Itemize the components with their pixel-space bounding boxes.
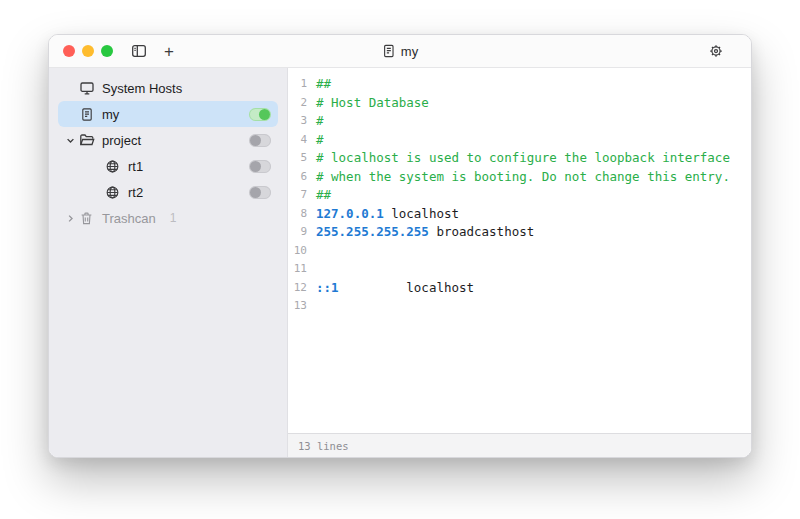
line-number: 8 (288, 205, 316, 224)
minimize-window-button[interactable] (82, 45, 94, 57)
document-icon (382, 44, 396, 59)
editor-line[interactable]: 6# when the system is booting. Do not ch… (288, 168, 751, 187)
line-content: 255.255.255.255 broadcasthost (316, 223, 534, 242)
enable-toggle[interactable] (249, 134, 271, 147)
code-segment-comment: # (316, 113, 324, 128)
editor-line[interactable]: 1## (288, 75, 751, 94)
editor-line[interactable]: 13 (288, 297, 751, 316)
sidebar-item-rt2[interactable]: rt2 (58, 179, 278, 205)
editor-line[interactable]: 3# (288, 112, 751, 131)
line-number: 1 (288, 75, 316, 94)
toggle-knob (259, 109, 270, 120)
sidebar-item-label: project (102, 133, 141, 148)
line-number: 5 (288, 149, 316, 168)
enable-toggle[interactable] (249, 108, 271, 121)
line-content: # localhost is used to configure the loo… (316, 149, 730, 168)
line-content: ## (316, 186, 331, 205)
hosts-editor[interactable]: 1##2# Host Database3#4#5# localhost is u… (288, 68, 751, 433)
item-count-badge: 1 (170, 211, 177, 225)
line-content: 127.0.0.1 localhost (316, 205, 459, 224)
gear-icon (708, 43, 724, 59)
line-number: 11 (288, 260, 316, 279)
line-content: # when the system is booting. Do not cha… (316, 168, 730, 187)
code-segment-comment: # localhost is used to configure the loo… (316, 150, 730, 165)
editor-line[interactable]: 11 (288, 260, 751, 279)
title-bar: + my (49, 35, 751, 68)
globe-icon (104, 185, 121, 200)
code-segment-plain: localhost (339, 280, 474, 295)
chevron-down-icon[interactable] (63, 135, 78, 146)
sidebar-item-project[interactable]: project (58, 127, 278, 153)
editor-line[interactable]: 8127.0.0.1 localhost (288, 205, 751, 224)
window-title-text: my (401, 44, 418, 59)
line-number: 4 (288, 131, 316, 150)
line-number: 10 (288, 242, 316, 261)
traffic-lights (63, 45, 113, 57)
enable-toggle[interactable] (249, 160, 271, 173)
sidebar-toggle-icon (131, 43, 147, 59)
plus-icon: + (164, 43, 174, 60)
status-bar: 13 lines (288, 433, 751, 457)
trash-icon (78, 211, 95, 226)
code-segment-plain: broadcasthost (429, 224, 534, 239)
close-window-button[interactable] (63, 45, 75, 57)
line-number: 3 (288, 112, 316, 131)
line-content: # (316, 112, 324, 131)
folder-open-icon (78, 132, 95, 148)
globe-icon (104, 159, 121, 174)
toggle-knob (250, 161, 261, 172)
code-segment-comment: # (316, 132, 324, 147)
code-segment-plain: localhost (384, 206, 459, 221)
code-segment-comment: # when the system is booting. Do not cha… (316, 169, 730, 184)
sidebar-item-label: Trashcan (102, 211, 156, 226)
line-number: 7 (288, 186, 316, 205)
line-content: # Host Database (316, 94, 429, 113)
line-count-label: 13 lines (298, 440, 349, 452)
code-segment-comment: # Host Database (316, 95, 429, 110)
line-number: 13 (288, 297, 316, 316)
toggle-knob (250, 135, 261, 146)
add-hosts-button[interactable]: + (160, 41, 178, 62)
line-number: 12 (288, 279, 316, 298)
editor-line[interactable]: 7## (288, 186, 751, 205)
sidebar-item-label: rt1 (128, 159, 143, 174)
line-content: # (316, 131, 324, 150)
app-body: System Hostsmyprojectrt1rt2Trashcan1 1##… (49, 68, 751, 457)
chevron-right-icon[interactable] (63, 213, 78, 224)
line-number: 2 (288, 94, 316, 113)
toggle-knob (250, 187, 261, 198)
editor-line[interactable]: 5# localhost is used to configure the lo… (288, 149, 751, 168)
sidebar: System Hostsmyprojectrt1rt2Trashcan1 (49, 68, 288, 457)
code-segment-comment: ## (316, 187, 331, 202)
sidebar-item-trashcan[interactable]: Trashcan1 (58, 205, 278, 231)
line-content: ## (316, 75, 331, 94)
document-icon (78, 107, 95, 122)
editor-line[interactable]: 10 (288, 242, 751, 261)
line-number: 6 (288, 168, 316, 187)
monitor-icon (78, 80, 95, 96)
window-title: my (382, 44, 418, 59)
toggle-sidebar-button[interactable] (127, 41, 151, 61)
sidebar-item-system-hosts[interactable]: System Hosts (58, 75, 278, 101)
editor-line[interactable]: 9255.255.255.255 broadcasthost (288, 223, 751, 242)
code-segment-ip: 255.255.255.255 (316, 224, 429, 239)
sidebar-item-label: rt2 (128, 185, 143, 200)
sidebar-item-my[interactable]: my (58, 101, 278, 127)
code-segment-comment: ## (316, 76, 331, 91)
editor-line[interactable]: 12::1 localhost (288, 279, 751, 298)
editor-line[interactable]: 2# Host Database (288, 94, 751, 113)
code-segment-ip: 127.0.0.1 (316, 206, 384, 221)
editor-column: 1##2# Host Database3#4#5# localhost is u… (288, 68, 751, 457)
line-number: 9 (288, 223, 316, 242)
sidebar-item-label: my (102, 107, 119, 122)
settings-button[interactable] (704, 41, 728, 61)
sidebar-item-rt1[interactable]: rt1 (58, 153, 278, 179)
zoom-window-button[interactable] (101, 45, 113, 57)
code-segment-ip: ::1 (316, 280, 339, 295)
sidebar-item-label: System Hosts (102, 81, 182, 96)
editor-line[interactable]: 4# (288, 131, 751, 150)
line-content: ::1 localhost (316, 279, 474, 298)
app-window: + my System Hostsmyprojectrt1rt2Tra (48, 34, 752, 458)
enable-toggle[interactable] (249, 186, 271, 199)
